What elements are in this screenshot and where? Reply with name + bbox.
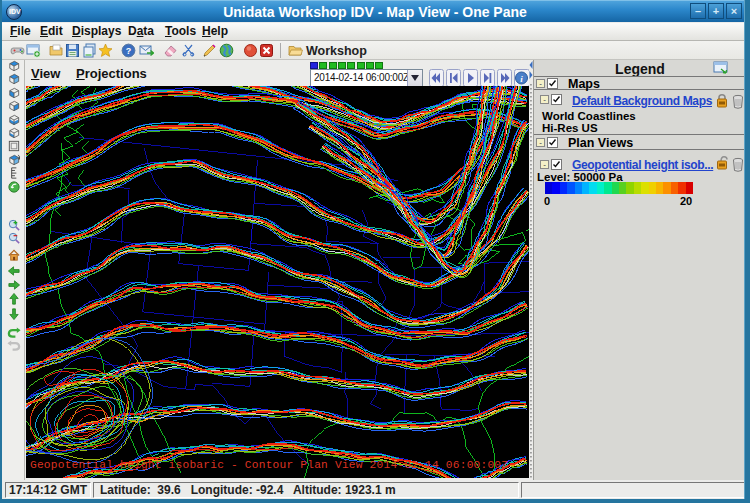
svg-text:Geopotential height isobaric -: Geopotential height isobaric - Contour P… — [30, 459, 508, 471]
svg-text:?: ? — [126, 46, 132, 56]
